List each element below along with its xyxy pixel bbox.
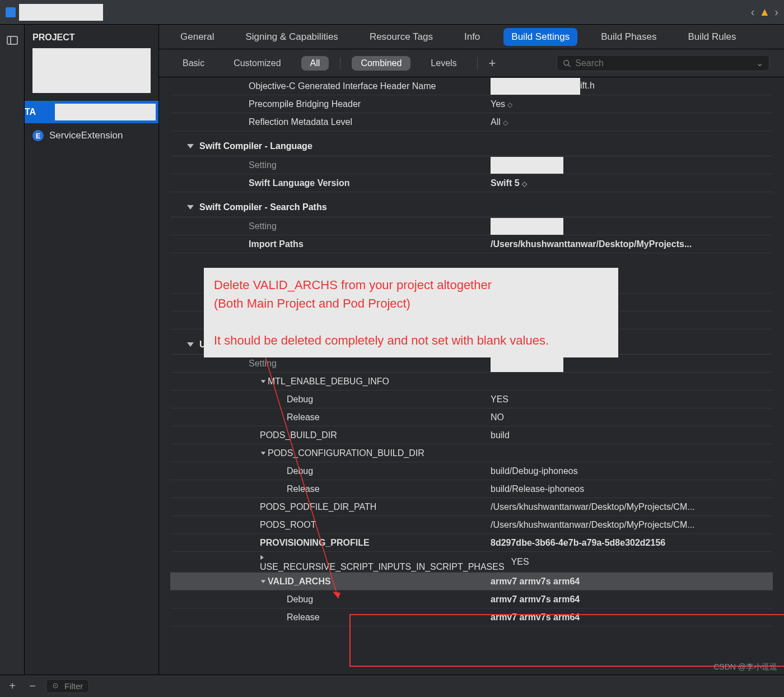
project-title-redacted bbox=[19, 4, 103, 21]
service-extension-label: ServiceExtension bbox=[49, 130, 123, 141]
chevron-down-icon[interactable]: ⌄ bbox=[756, 58, 763, 68]
filter-customized[interactable]: Customized bbox=[225, 56, 290, 71]
filter-icon bbox=[52, 682, 60, 690]
disclosure-triangle-icon bbox=[187, 205, 194, 210]
setting-header-row: Setting bbox=[170, 217, 773, 235]
project-header: PROJECT bbox=[25, 25, 158, 48]
chevron-right-icon[interactable]: › bbox=[774, 6, 778, 18]
left-rail bbox=[0, 25, 25, 675]
filter-field[interactable]: Filter bbox=[46, 679, 89, 693]
tab-build-settings[interactable]: Build Settings bbox=[503, 28, 577, 46]
setting-row[interactable]: Releasebuild/Release-iphoneos bbox=[170, 480, 773, 498]
section-swift-search-paths[interactable]: Swift Compiler - Search Paths bbox=[170, 192, 773, 217]
separator bbox=[340, 57, 340, 69]
setting-row[interactable]: PODS_ROOT/Users/khushwanttanwar/Desktop/… bbox=[170, 516, 773, 534]
target-name-redacted bbox=[55, 104, 156, 120]
targets-header: TA bbox=[25, 107, 36, 117]
watermark: CSDN @李小逗逗 bbox=[713, 662, 777, 672]
bottom-bar: + − Filter bbox=[0, 675, 784, 697]
tab-resource-tags[interactable]: Resource Tags bbox=[362, 28, 441, 46]
value-redacted bbox=[491, 157, 563, 174]
tab-build-rules[interactable]: Build Rules bbox=[680, 28, 744, 46]
value-redacted bbox=[491, 355, 563, 372]
annotation-callout: Delete VALID_ARCHS from your project alt… bbox=[204, 268, 618, 357]
filter-basic[interactable]: Basic bbox=[174, 56, 213, 71]
setting-row[interactable]: PODS_BUILD_DIRbuild bbox=[170, 426, 773, 444]
setting-row[interactable]: Import Paths/Users/khushwanttanwar/Deskt… bbox=[170, 235, 773, 253]
separator bbox=[477, 57, 478, 69]
filter-bar: Basic Customized All Combined Levels + ⌄ bbox=[159, 49, 784, 77]
panel-toggle-icon[interactable] bbox=[7, 36, 18, 45]
tab-info[interactable]: Info bbox=[456, 28, 488, 46]
add-button[interactable]: + bbox=[6, 680, 19, 693]
extension-badge-icon: E bbox=[32, 130, 44, 141]
setting-row[interactable]: Debugbuild/Debug-iphoneos bbox=[170, 462, 773, 480]
disclosure-triangle-icon bbox=[187, 144, 194, 148]
setting-row[interactable]: Objective-C Generated Interface Header N… bbox=[170, 77, 773, 95]
editor-tabs: General Signing & Capabilities Resource … bbox=[159, 25, 784, 49]
setting-row[interactable]: PROVISIONING_PROFILE8d297dbe-3b66-4e7b-a… bbox=[170, 534, 773, 552]
title-bar: ‹ ▲ › bbox=[0, 0, 784, 25]
setting-row[interactable]: USE_RECURSIVE_SCRIPT_INPUTS_IN_SCRIPT_PH… bbox=[170, 552, 773, 573]
chevron-updown-icon: ◇ bbox=[507, 101, 512, 109]
tab-general[interactable]: General bbox=[172, 28, 222, 46]
filter-levels[interactable]: Levels bbox=[422, 56, 465, 71]
search-input[interactable] bbox=[575, 58, 754, 68]
tab-signing[interactable]: Signing & Capabilities bbox=[237, 28, 346, 46]
value-redacted bbox=[491, 218, 563, 235]
setting-row[interactable]: Releasearmv7 armv7s arm64 bbox=[170, 608, 773, 626]
setting-row[interactable]: DebugYES bbox=[170, 391, 773, 408]
filter-combined[interactable]: Combined bbox=[352, 56, 410, 71]
filter-all[interactable]: All bbox=[301, 56, 329, 71]
sidebar-item-service-extension[interactable]: E ServiceExtension bbox=[25, 123, 158, 148]
chevron-updown-icon: ◇ bbox=[522, 180, 527, 188]
setting-row[interactable]: PODS_CONFIGURATION_BUILD_DIR bbox=[170, 444, 773, 462]
warning-icon[interactable]: ▲ bbox=[759, 6, 771, 18]
project-sidebar: PROJECT TA E ServiceExtension bbox=[25, 25, 159, 675]
add-button[interactable]: + bbox=[489, 56, 496, 71]
setting-row[interactable]: Reflection Metadata LevelAll◇ bbox=[170, 113, 773, 131]
selected-target[interactable]: TA bbox=[25, 101, 158, 123]
value-redacted bbox=[491, 78, 580, 95]
section-swift-language[interactable]: Swift Compiler - Language bbox=[170, 131, 773, 156]
chevron-left-icon[interactable]: ‹ bbox=[751, 6, 755, 18]
svg-line-1 bbox=[568, 64, 571, 67]
disclosure-triangle-icon bbox=[187, 342, 194, 347]
setting-row[interactable]: PODS_PODFILE_DIR_PATH/Users/khushwanttan… bbox=[170, 498, 773, 516]
remove-button[interactable]: − bbox=[26, 680, 39, 693]
setting-row[interactable]: ReleaseNO bbox=[170, 408, 773, 426]
setting-row[interactable]: Swift Language VersionSwift 5◇ bbox=[170, 174, 773, 192]
search-icon bbox=[563, 59, 571, 68]
svg-point-0 bbox=[564, 60, 569, 65]
document-icon bbox=[6, 7, 16, 17]
search-field[interactable]: ⌄ bbox=[557, 55, 769, 71]
setting-row[interactable]: MTL_ENABLE_DEBUG_INFO bbox=[170, 373, 773, 391]
settings-list: Objective-C Generated Interface Header N… bbox=[159, 77, 784, 675]
chevron-updown-icon: ◇ bbox=[503, 119, 508, 127]
setting-header-row: Setting bbox=[170, 156, 773, 174]
setting-row[interactable]: Precompile Bridging HeaderYes◇ bbox=[170, 95, 773, 113]
setting-row[interactable]: VALID_ARCHSarmv7 armv7s arm64 bbox=[170, 573, 773, 591]
setting-row[interactable]: Debugarmv7 armv7s arm64 bbox=[170, 591, 773, 608]
project-item-redacted[interactable] bbox=[32, 48, 151, 93]
tab-build-phases[interactable]: Build Phases bbox=[593, 28, 664, 46]
